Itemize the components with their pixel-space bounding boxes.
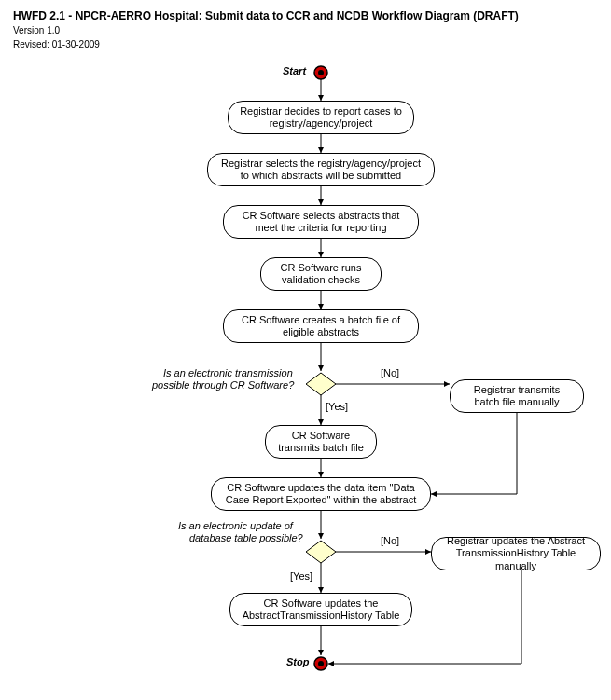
revised-line: Revised: 01-30-2009 — [13, 38, 602, 50]
decision-1-no: [No] — [380, 367, 400, 378]
question-1-line-1: Is an electronic transmission — [162, 367, 294, 378]
question-2-line-1: Is an electronic update of — [177, 520, 294, 531]
node-select-registry: Registrar selects the registry/agency/pr… — [207, 153, 435, 186]
node-update-item: CR Software updates the data item "Data … — [211, 477, 431, 511]
node-decide-report: Registrar decides to report cases to reg… — [228, 101, 414, 134]
node-select-abstracts: CR Software selects abstracts that meet … — [223, 205, 419, 239]
page-title: HWFD 2.1 - NPCR-AERRO Hospital: Submit d… — [13, 9, 602, 22]
node-manual-update: Registrar updates the Abstract Transmiss… — [431, 537, 601, 570]
start-label: Start — [282, 65, 307, 76]
version-line: Version 1.0 — [13, 24, 602, 36]
svg-marker-8 — [306, 373, 336, 395]
node-update-table: CR Software updates the AbstractTransmis… — [229, 593, 412, 626]
node-transmit: CR Software transmits batch file — [265, 425, 377, 459]
decision-1-yes: [Yes] — [325, 401, 349, 412]
decision-2-yes: [Yes] — [289, 570, 313, 582]
svg-point-1 — [318, 70, 324, 75]
node-manual-transmit: Registrar transmits batch file manually — [450, 379, 584, 413]
workflow-diagram: Start Stop Registrar decides to report c… — [13, 54, 601, 700]
svg-marker-13 — [306, 541, 336, 563]
node-validation: CR Software runs validation checks — [260, 257, 382, 291]
stop-label: Stop — [285, 656, 310, 667]
decision-2-no: [No] — [380, 535, 400, 546]
question-2-line-2: database table possible? — [188, 532, 304, 543]
svg-point-18 — [318, 661, 324, 666]
question-1-line-2: possible through CR Software? — [151, 379, 295, 391]
node-batch-file: CR Software creates a batch file of elig… — [223, 309, 419, 343]
